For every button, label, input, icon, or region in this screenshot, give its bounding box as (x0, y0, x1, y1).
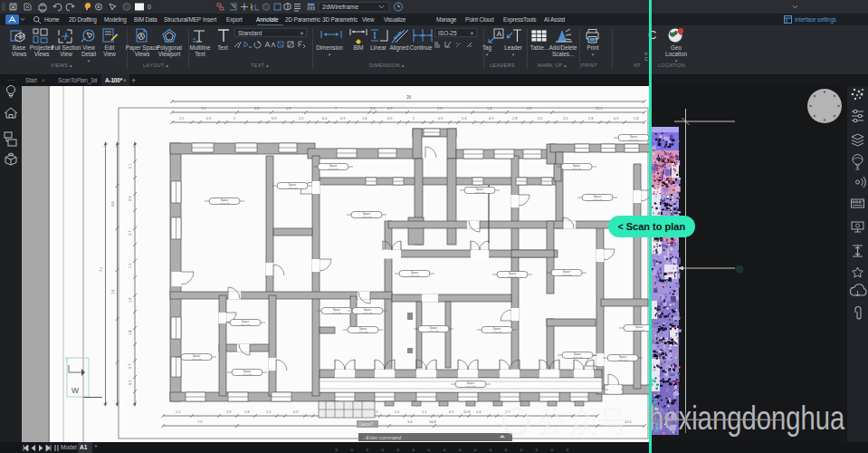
svg-text:2.9: 2.9 (437, 106, 443, 111)
svg-text:0.3: 0.3 (370, 106, 376, 111)
svg-text:92.09 m2: 92.09 m2 (466, 385, 476, 388)
svg-text:0.9: 0.9 (129, 197, 132, 201)
svg-text:3.4: 3.4 (407, 419, 413, 424)
svg-text:92.09 m2: 92.09 m2 (332, 312, 342, 314)
svg-text:0.9: 0.9 (438, 117, 443, 120)
svg-text:2.1: 2.1 (395, 410, 399, 414)
svg-text:1.8: 1.8 (111, 290, 115, 294)
svg-text:92.09 m2: 92.09 m2 (192, 358, 202, 361)
svg-text:2.1: 2.1 (176, 410, 180, 414)
svg-text:1.1: 1.1 (422, 410, 426, 414)
svg-text:92.09 m2: 92.09 m2 (593, 198, 603, 201)
svg-text:0.9: 0.9 (340, 117, 345, 120)
svg-text:92.09 m2: 92.09 m2 (329, 168, 339, 170)
svg-text:0.3: 0.3 (129, 381, 132, 385)
svg-text:2.8: 2.8 (512, 117, 517, 120)
svg-text:1.4: 1.4 (462, 117, 466, 120)
svg-text:92.09 m2: 92.09 m2 (618, 359, 628, 361)
svg-text:0.9: 0.9 (286, 106, 291, 111)
svg-text:92.09 m2: 92.09 m2 (508, 275, 518, 278)
svg-text:92.09 m2: 92.09 m2 (362, 216, 372, 218)
svg-text:1: 1 (413, 117, 415, 120)
svg-text:92.09 m2: 92.09 m2 (241, 323, 251, 326)
svg-text:92.09 m2: 92.09 m2 (243, 373, 253, 376)
svg-text:Y: Y (64, 356, 69, 362)
svg-text:92.09 m2: 92.09 m2 (572, 168, 582, 170)
svg-text:1.4: 1.4 (476, 410, 481, 414)
svg-text:0.5: 0.5 (538, 117, 542, 120)
svg-text:7.2: 7.2 (201, 106, 206, 111)
svg-text:0.4: 0.4 (322, 117, 327, 120)
svg-text:0.9: 0.9 (206, 117, 211, 120)
svg-text:1.4: 1.4 (487, 106, 492, 111)
svg-text:2dWireframe: 2dWireframe (322, 4, 358, 10)
svg-text:92.09 m2: 92.09 m2 (220, 202, 230, 205)
svg-text:7.2: 7.2 (100, 267, 103, 272)
svg-text:0.9: 0.9 (527, 106, 532, 111)
svg-text:2.1: 2.1 (179, 117, 184, 120)
svg-text:38: 38 (406, 95, 412, 100)
svg-text:› Enter command: › Enter command (363, 435, 402, 440)
svg-text:1.8: 1.8 (244, 410, 249, 414)
svg-text:0.9: 0.9 (111, 202, 115, 207)
svg-text:0.9: 0.9 (387, 117, 392, 120)
svg-text:0.9: 0.9 (293, 410, 298, 414)
svg-text:16.8: 16.8 (429, 419, 437, 424)
svg-text:0.9: 0.9 (272, 117, 276, 120)
svg-text:92.09 m2: 92.09 m2 (475, 191, 485, 194)
svg-text:公众号: 公众号 (536, 404, 628, 439)
svg-text:1.8: 1.8 (634, 117, 638, 120)
svg-text:2: 2 (234, 117, 235, 120)
svg-text:0.7: 0.7 (129, 364, 132, 369)
svg-text:Cancel?: Cancel? (358, 422, 374, 427)
svg-text:92.09 m2: 92.09 m2 (634, 329, 644, 332)
svg-text:1.8: 1.8 (588, 117, 593, 120)
svg-text:W: W (72, 386, 79, 395)
svg-text:0.7: 0.7 (129, 231, 132, 236)
svg-text:1.5: 1.5 (266, 410, 271, 414)
svg-text:0.9: 0.9 (489, 117, 493, 120)
svg-text:2.9: 2.9 (226, 410, 231, 414)
svg-text:92.09 m2: 92.09 m2 (573, 356, 583, 359)
svg-text:2.1: 2.1 (129, 164, 132, 169)
svg-text:15.1: 15.1 (596, 106, 604, 111)
svg-text:92.09 m2: 92.09 m2 (562, 274, 572, 276)
svg-text:0.9: 0.9 (387, 106, 393, 111)
svg-text:92.09 m2: 92.09 m2 (429, 330, 439, 333)
svg-text:0.9: 0.9 (614, 117, 618, 120)
svg-text:92.09 m2: 92.09 m2 (629, 139, 639, 141)
svg-text:92.09 m2: 92.09 m2 (358, 331, 368, 333)
svg-text:0.9: 0.9 (449, 410, 453, 414)
svg-text:1.8: 1.8 (362, 117, 367, 120)
svg-text:0: 0 (148, 4, 151, 10)
svg-text:92.09 m2: 92.09 m2 (492, 331, 502, 333)
svg-text:92.09 m2: 92.09 m2 (363, 312, 373, 314)
svg-text:1.5: 1.5 (299, 117, 303, 120)
svg-text:7.2: 7.2 (197, 419, 203, 424)
svg-text:1.0: 1.0 (129, 298, 132, 303)
svg-text:2.5: 2.5 (563, 117, 568, 120)
svg-text:92.09 m2: 92.09 m2 (288, 187, 298, 189)
svg-text:3.8: 3.8 (254, 106, 260, 111)
svg-text:12.8: 12.8 (463, 410, 470, 414)
svg-text:92.09 m2: 92.09 m2 (410, 275, 420, 277)
svg-text:1.3: 1.3 (129, 264, 132, 268)
svg-text:1.4: 1.4 (129, 331, 132, 335)
